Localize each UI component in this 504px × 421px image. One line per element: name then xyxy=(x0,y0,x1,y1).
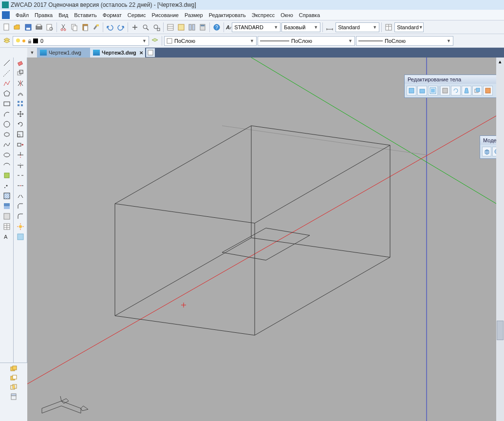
block-icon[interactable] xyxy=(2,171,11,180)
linetype-dropdown[interactable]: ПоСлою▼ xyxy=(258,36,355,46)
region-icon[interactable] xyxy=(2,212,11,221)
tab-drawing3[interactable]: Чертеж3.dwg ✕ xyxy=(90,48,145,57)
delete-face-icon[interactable] xyxy=(440,86,450,96)
gradient-icon[interactable] xyxy=(2,202,11,210)
scale-icon[interactable] xyxy=(16,130,25,139)
tab-scroll-left-icon[interactable]: ▼ xyxy=(30,50,35,55)
paste-icon[interactable] xyxy=(80,22,90,32)
extend-icon[interactable] xyxy=(16,161,25,170)
menu-draw[interactable]: Рисование xyxy=(152,12,179,18)
match-icon[interactable] xyxy=(91,22,101,32)
menu-service[interactable]: Сервис xyxy=(128,12,146,18)
open-icon[interactable] xyxy=(13,22,22,32)
properties-panel-icon[interactable] xyxy=(16,232,25,241)
lineweight-dropdown[interactable]: ПоСлою▼ xyxy=(356,36,453,46)
table-icon[interactable] xyxy=(2,222,11,231)
vertical-scrollbar[interactable]: ▴ xyxy=(496,57,504,421)
edit-body-panel[interactable]: Редактирование тела xyxy=(404,75,504,98)
design-center-icon[interactable] xyxy=(176,22,186,32)
revcloud-icon[interactable] xyxy=(2,130,11,139)
color-dropdown[interactable]: ПоСлою▼ xyxy=(164,36,257,46)
menu-modify[interactable]: Редактировать xyxy=(209,12,246,18)
menu-help[interactable]: Справка xyxy=(299,12,320,18)
copy-obj-icon[interactable] xyxy=(16,69,25,77)
redo-icon[interactable] xyxy=(116,22,126,32)
ellipse-icon[interactable] xyxy=(2,151,11,159)
menu-express[interactable]: Экспресс xyxy=(252,12,275,18)
copy-face-icon[interactable] xyxy=(472,86,482,96)
rotate-face-icon[interactable] xyxy=(451,86,461,96)
mtext-icon[interactable]: A xyxy=(2,232,11,241)
rotate-icon[interactable] xyxy=(16,120,25,129)
print-icon[interactable] xyxy=(34,22,44,32)
calc-icon[interactable] xyxy=(198,22,207,32)
circle-icon[interactable] xyxy=(2,120,11,129)
tab-drawing1[interactable]: Чертеж1.dwg xyxy=(37,48,90,57)
fillet-icon[interactable] xyxy=(16,212,25,221)
text-style-dropdown[interactable]: STANDARD▼ xyxy=(232,22,280,32)
zoom-icon[interactable] xyxy=(141,22,150,32)
box-solid-icon[interactable] xyxy=(482,147,491,156)
intersect-icon[interactable] xyxy=(10,383,18,391)
xline-icon[interactable] xyxy=(2,69,11,77)
pan-icon[interactable] xyxy=(130,22,140,32)
tablestyle-icon[interactable] xyxy=(384,22,393,32)
cut-icon[interactable] xyxy=(59,22,69,32)
subtract-icon[interactable] xyxy=(10,374,18,382)
join-icon[interactable] xyxy=(16,191,25,200)
menu-format[interactable]: Формат xyxy=(103,12,122,18)
copy-icon[interactable] xyxy=(70,22,79,32)
polygon-icon[interactable] xyxy=(2,89,11,98)
layer-prev-icon[interactable] xyxy=(150,36,160,46)
erase-icon[interactable] xyxy=(16,58,25,67)
app-menu-icon[interactable] xyxy=(2,11,10,19)
menu-dimension[interactable]: Размер xyxy=(185,12,203,18)
spline-icon[interactable] xyxy=(2,140,11,149)
offset-icon[interactable] xyxy=(16,89,25,98)
drawing-canvas[interactable]: Редактирование тела Модели xyxy=(27,57,504,421)
break-icon[interactable] xyxy=(16,171,25,180)
layer-dropdown[interactable]: 0 ▼ xyxy=(13,36,149,46)
move-face-icon[interactable] xyxy=(417,86,427,96)
dimstyle-dropdown[interactable]: Standard▼ xyxy=(336,22,379,32)
tablestyle-dropdown[interactable]: Standard▼ xyxy=(394,22,424,32)
close-tab-icon[interactable]: ✕ xyxy=(139,50,143,56)
ellipse-arc-icon[interactable] xyxy=(2,161,11,170)
menu-insert[interactable]: Вставить xyxy=(74,12,97,18)
new-icon[interactable] xyxy=(2,22,12,32)
properties-icon[interactable] xyxy=(166,22,175,32)
chamfer-icon[interactable] xyxy=(16,202,25,210)
mirror-icon[interactable] xyxy=(16,79,25,88)
trim-icon[interactable] xyxy=(16,151,25,159)
dimstyle-icon[interactable] xyxy=(325,22,335,32)
rectangle-icon[interactable] xyxy=(2,99,11,108)
explode-icon[interactable] xyxy=(16,222,25,231)
offset-face-icon[interactable] xyxy=(428,86,438,96)
tool-palette-icon[interactable] xyxy=(187,22,197,32)
point-icon[interactable] xyxy=(2,181,11,190)
save-icon[interactable] xyxy=(23,22,33,32)
menu-file[interactable]: Файл xyxy=(16,12,29,18)
array-icon[interactable] xyxy=(16,99,25,108)
arc-icon[interactable] xyxy=(2,110,11,118)
line-icon[interactable] xyxy=(2,58,11,67)
help-icon[interactable]: ? xyxy=(212,22,222,32)
new-tab-button[interactable] xyxy=(146,48,155,57)
polyline-icon[interactable] xyxy=(2,79,11,88)
extrude-face-icon[interactable] xyxy=(407,86,416,96)
menu-view[interactable]: Вид xyxy=(58,12,68,18)
view-style-dropdown[interactable]: Базовый▼ xyxy=(281,22,320,32)
break2-icon[interactable] xyxy=(16,181,25,190)
undo-icon[interactable] xyxy=(105,22,115,32)
menu-window[interactable]: Окно xyxy=(280,12,293,18)
zoom-extents-icon[interactable] xyxy=(151,22,161,32)
menu-edit[interactable]: Правка xyxy=(35,12,53,18)
stretch-icon[interactable] xyxy=(16,140,25,149)
extrude-face-icon[interactable] xyxy=(10,393,18,401)
move-icon[interactable] xyxy=(16,110,25,118)
taper-face-icon[interactable] xyxy=(462,86,471,96)
color-face-icon[interactable] xyxy=(483,86,493,96)
layer-manager-icon[interactable] xyxy=(2,36,12,46)
union-icon[interactable] xyxy=(10,365,18,373)
print-preview-icon[interactable] xyxy=(45,22,55,32)
